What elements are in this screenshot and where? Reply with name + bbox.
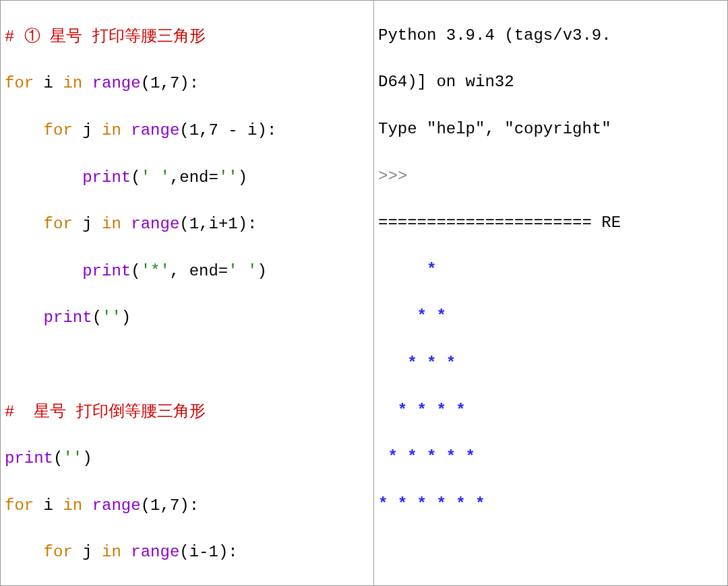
blank-line bbox=[378, 540, 723, 563]
banner-line: Python 3.9.4 (tags/v3.9. bbox=[378, 24, 723, 48]
comment: # ① 星号 打印等腰三角形 bbox=[5, 28, 206, 46]
code-editor[interactable]: # ① 星号 打印等腰三角形 for i in range(1,7): for … bbox=[0, 0, 374, 586]
prompt: >>> bbox=[378, 165, 723, 189]
output-line: * * * * * * bbox=[378, 493, 723, 517]
comment: # 星号 打印倒等腰三角形 bbox=[5, 403, 206, 421]
code-line: for i in range(1,7): bbox=[5, 494, 369, 518]
code-line: for j in range(1,7 - i): bbox=[5, 119, 369, 143]
code-line: print('*', end=' ') bbox=[5, 260, 369, 284]
blank-line bbox=[5, 354, 369, 377]
code-line: for i in range(1,7): bbox=[5, 72, 369, 96]
banner-line: Type "help", "copyright" bbox=[378, 118, 723, 141]
code-line: # 星号 打印倒等腰三角形 bbox=[5, 401, 369, 424]
code-line: print('') bbox=[5, 306, 369, 330]
output-line: * * * bbox=[378, 352, 723, 376]
output-line: * * * * bbox=[378, 399, 723, 423]
restart-separator: ====================== RE bbox=[378, 211, 723, 235]
shell-output[interactable]: Python 3.9.4 (tags/v3.9. D64)] on win32 … bbox=[374, 0, 728, 586]
output-line: * bbox=[378, 259, 723, 282]
output-line: * * * * * bbox=[378, 446, 723, 469]
code-line: for j in range(1,i+1): bbox=[5, 213, 369, 236]
code-line: # ① 星号 打印等腰三角形 bbox=[5, 26, 369, 49]
banner-line: D64)] on win32 bbox=[378, 71, 723, 94]
code-line: for j in range(i-1): bbox=[5, 541, 369, 564]
code-line: print(' ',end='') bbox=[5, 166, 369, 190]
output-line: * * bbox=[378, 305, 723, 329]
code-line: print('') bbox=[5, 447, 369, 471]
